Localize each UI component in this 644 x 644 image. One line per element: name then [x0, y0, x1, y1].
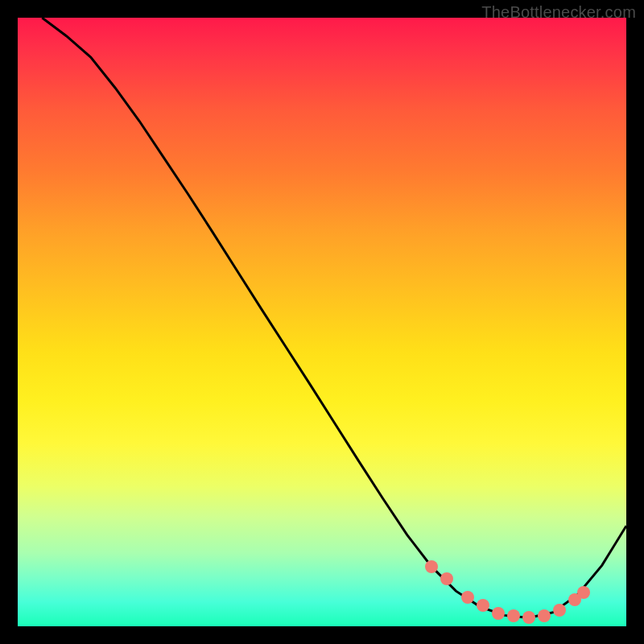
watermark-label: TheBottlenecker.com — [481, 3, 636, 22]
chart-marker — [522, 611, 535, 624]
chart-marker — [507, 609, 520, 622]
chart-plot-area — [18, 18, 626, 626]
chart-marker — [440, 572, 453, 585]
chart-marker — [477, 599, 489, 612]
chart-marker — [577, 586, 590, 599]
chart-marker — [538, 609, 551, 622]
chart-marker — [425, 560, 438, 573]
chart-marker — [553, 604, 566, 617]
bottleneck-curve — [42, 18, 626, 617]
chart-marker — [492, 607, 505, 620]
chart-marker — [461, 591, 474, 604]
chart-curve-svg — [18, 18, 626, 626]
